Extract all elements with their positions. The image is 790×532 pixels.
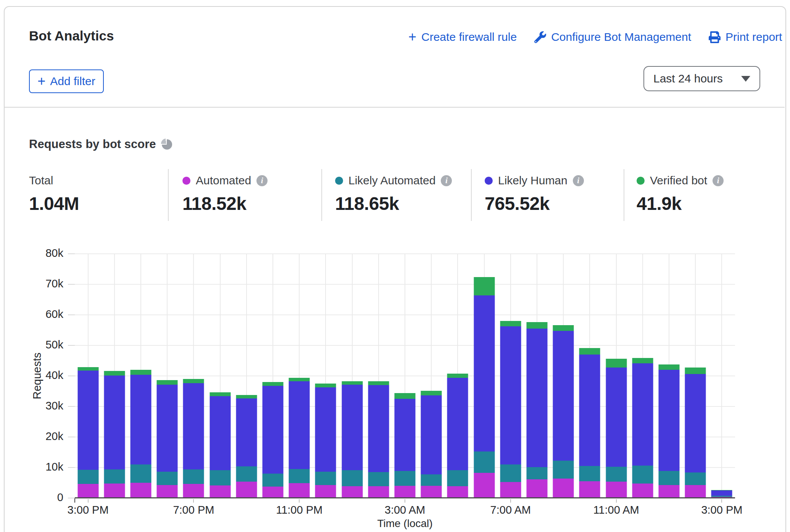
stacked-bar[interactable] [553,325,574,498]
bar-segment-verified-bot [394,393,415,399]
bar-slot [101,254,127,498]
bar-segment-automated [685,485,706,498]
info-icon[interactable]: i [256,175,268,186]
stacked-bar[interactable] [474,277,495,498]
stacked-bar[interactable] [685,368,706,498]
bar-slot [471,254,497,498]
bar-segment-verified-bot [130,370,151,375]
stacked-bar[interactable] [606,359,627,498]
stat-value: 1.04M [29,193,79,214]
bar-segment-verified-bot [447,374,468,378]
plot-area [75,254,735,498]
stacked-bar[interactable] [183,379,204,498]
y-axis-tick [68,314,75,315]
add-filter-button[interactable]: + Add filter [29,69,104,93]
create-firewall-rule-link[interactable]: + Create firewall rule [408,31,517,44]
bar-segment-verified-bot [579,348,600,355]
section-title: Requests by bot score [29,137,156,151]
bar-slot [392,254,418,498]
bar-segment-verified-bot [500,321,521,326]
bar-segment-likely-automated [77,470,98,484]
stacked-bar[interactable] [104,371,125,498]
likely-human-dot-icon [485,177,493,185]
stacked-bar[interactable] [368,381,389,498]
print-report-link[interactable]: Print report [709,31,782,44]
info-icon[interactable]: i [441,175,452,186]
plus-icon: + [408,31,416,43]
stacked-bar[interactable] [579,348,600,498]
bar-segment-automated [342,486,363,498]
bar-segment-likely-automated [474,451,495,473]
stat-value: 765.52k [485,193,584,214]
stacked-bar[interactable] [500,321,521,498]
stacked-bar[interactable] [289,378,310,498]
stacked-bar[interactable] [658,364,679,498]
bar-segment-verified-bot [342,381,363,385]
stacked-bar[interactable] [394,393,415,498]
bar-slot [339,254,365,498]
bar-segment-automated [632,484,653,498]
bar-segment-verified-bot [315,384,336,387]
plus-icon: + [37,76,45,87]
print-report-label: Print report [726,31,782,44]
bar-slot [233,254,260,498]
x-axis-tick [193,499,194,503]
info-icon[interactable]: i [573,175,584,186]
stat-divider [168,169,169,221]
bar-segment-automated [658,485,679,498]
bar-segment-automated [474,473,495,498]
x-axis-tick [721,499,722,503]
stat-label: Likely Human [498,174,568,187]
bar-segment-automated [526,479,547,498]
stacked-bar[interactable] [342,381,363,498]
bar-slot [286,254,313,498]
stacked-bar[interactable] [157,380,178,498]
bar-segment-automated [104,484,125,498]
stacked-bar[interactable] [711,490,732,498]
stat-label: Verified bot [650,174,707,187]
bar-segment-likely-automated [157,472,178,485]
stacked-bar[interactable] [315,384,336,498]
stat-verified-bot: Verified bot i 41.9k [637,174,724,214]
bar-segment-automated [447,486,468,498]
bar-segment-likely-automated [104,469,125,484]
bar-segment-verified-bot [632,358,653,363]
bar-segment-likely-automated [394,471,415,486]
stacked-bar[interactable] [210,392,231,498]
stat-divider [471,169,472,221]
stat-automated: Automated i 118.52k [182,174,268,214]
configure-bot-management-link[interactable]: Configure Bot Management [534,31,691,44]
bar-segment-likely-automated [236,466,257,482]
time-range-value: Last 24 hours [653,72,723,85]
bar-segment-verified-bot [421,391,442,395]
bar-slot [603,254,629,498]
bar-segment-likely-human [711,490,732,496]
bar-segment-likely-human [236,398,257,466]
bar-segment-likely-automated [447,470,468,486]
stacked-bar[interactable] [421,391,442,498]
bar-slot [629,254,656,498]
stacked-bar[interactable] [262,382,283,498]
stat-divider [624,169,624,221]
stacked-bar[interactable] [236,395,257,498]
bar-segment-automated [606,482,627,498]
bar-segment-likely-human [553,331,574,461]
bar-segment-verified-bot [262,382,283,386]
stacked-bar[interactable] [130,370,151,498]
bar-segment-likely-human [394,399,415,471]
bar-segment-likely-human [447,378,468,470]
bar-segment-verified-bot [553,325,574,331]
x-axis-line [75,497,735,498]
bar-segment-likely-automated [606,467,627,481]
stacked-bar[interactable] [526,322,547,498]
y-axis-tick [68,284,75,285]
page-title: Bot Analytics [29,28,114,44]
stacked-bar[interactable] [447,374,468,498]
stacked-bar[interactable] [632,358,653,498]
x-axis-tick [299,499,300,503]
bar-segment-likely-automated [500,464,521,482]
stacked-bar[interactable] [77,367,98,498]
likely-automated-dot-icon [335,177,343,185]
time-range-dropdown[interactable]: Last 24 hours [643,66,760,91]
info-icon[interactable]: i [713,175,724,186]
